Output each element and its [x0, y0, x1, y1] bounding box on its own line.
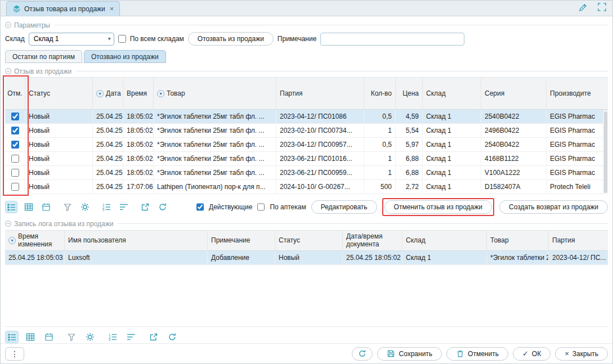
create-return-button[interactable]: Создать возврат из продажи [499, 200, 608, 214]
column-header-status[interactable]: Статус [275, 231, 343, 250]
column-header-manufacturer[interactable]: Производите [547, 78, 608, 109]
tab-recall-document[interactable]: Отзыв товара из продажи × [6, 1, 120, 16]
collapse-parameters-icon[interactable] [5, 22, 11, 28]
cell-time: 17:07:06 [123, 180, 154, 194]
numbered-list-icon[interactable]: 123 [106, 331, 119, 343]
column-header-doc-datetime[interactable]: Дата/время документа [343, 231, 402, 250]
vertical-scrollbar[interactable] [603, 110, 608, 194]
table-row[interactable]: Новый 25.04.25 18:05:02 *Эгилок таблетки… [5, 110, 608, 124]
column-header-batch[interactable]: Партия [549, 231, 608, 250]
refresh-icon[interactable] [156, 201, 169, 213]
sort-indicator-icon[interactable]: ▾ [157, 90, 164, 97]
grid-view-icon[interactable] [24, 331, 37, 343]
active-only-checkbox[interactable] [196, 203, 204, 211]
cancel-recall-button[interactable]: Отменить отзыв из продажи [384, 200, 492, 214]
table-row[interactable]: Новый 25.04.25 17:07:06 Lathipen (Тиопен… [5, 180, 608, 194]
tab-close-icon[interactable]: × [110, 5, 114, 13]
cell-series: 2496B0422 [481, 124, 547, 137]
sort-icon[interactable] [118, 201, 130, 213]
grid-view-icon[interactable] [23, 201, 35, 213]
check-icon: ✓ [522, 350, 529, 357]
refresh-icon[interactable] [165, 331, 179, 343]
recall-group-header: Отзыв из продажи [5, 67, 608, 75]
expand-icon[interactable] [597, 2, 607, 12]
all-warehouses-checkbox[interactable] [118, 35, 126, 43]
list-view-icon[interactable] [5, 331, 19, 343]
note-input[interactable] [320, 33, 464, 46]
column-header-otm[interactable]: Отм. [5, 78, 25, 109]
recall-from-sale-button[interactable]: Отозвать из продажи [188, 32, 274, 46]
column-header-series[interactable]: Серия [481, 78, 547, 109]
table-row[interactable]: Новый 25.04.25 18:05:02 *Эгилок таблетки… [5, 124, 608, 138]
row-select-checkbox[interactable] [11, 183, 19, 191]
sort-indicator-icon[interactable]: ▾ [96, 90, 104, 97]
calendar-icon[interactable] [42, 331, 56, 343]
cell-otm [5, 110, 25, 123]
cell-otm [5, 138, 25, 151]
parameters-group-header: Параметры [5, 21, 608, 29]
column-header-warehouse[interactable]: Склад [402, 231, 487, 250]
sort-icon[interactable] [124, 331, 138, 343]
collapse-log-icon[interactable] [5, 221, 11, 227]
open-external-icon[interactable] [139, 201, 151, 213]
column-header-time[interactable]: Время [123, 78, 154, 109]
close-button-label: Закрыть [572, 350, 598, 358]
cell-warehouse: Склад 1 [423, 138, 481, 151]
close-button[interactable]: × Закрыть [555, 347, 608, 361]
open-external-icon[interactable] [147, 331, 160, 343]
column-header-status-label: Статус [29, 89, 50, 97]
collapse-recall-icon[interactable] [5, 68, 11, 74]
refresh-button[interactable] [352, 347, 373, 361]
row-select-checkbox[interactable] [11, 113, 19, 120]
calendar-icon[interactable] [40, 201, 52, 213]
column-header-qty[interactable]: Кол-во [364, 78, 396, 109]
tab-stock-by-batches[interactable]: Остатки по партиям [5, 50, 82, 63]
svg-text:3: 3 [102, 208, 105, 212]
more-actions-button[interactable]: ⋮ [5, 347, 24, 361]
save-button[interactable]: Сохранить [377, 347, 442, 361]
column-header-warehouse[interactable]: Склад [423, 78, 481, 109]
log-table-row[interactable]: 25.04.25 18:05:03 Luxsoft Добавление Нов… [5, 251, 608, 265]
cell-date: 25.04.25 [93, 152, 123, 165]
cell-warehouse: Склад 1 [423, 166, 481, 179]
log-table: ▾Время изменения Имя пользователя Примеч… [5, 230, 608, 327]
list-view-icon[interactable] [5, 201, 17, 213]
row-select-checkbox[interactable] [11, 127, 19, 134]
by-pharmacy-checkbox[interactable] [257, 203, 265, 211]
chevron-down-icon[interactable]: ▾ [108, 35, 111, 42]
row-select-checkbox[interactable] [11, 141, 19, 149]
filter-icon[interactable] [61, 201, 74, 213]
table-row[interactable]: Новый 25.04.25 18:05:02 *Эгилок таблетки… [5, 138, 608, 152]
edit-button[interactable]: Редактировать [311, 200, 377, 214]
table-row[interactable]: Новый 25.04.25 18:05:02 *Эгилок таблетки… [5, 152, 608, 166]
row-select-checkbox[interactable] [11, 155, 19, 163]
recall-table: Отм. Статус ▾Дата Время ▾Товар Партия Ко… [5, 77, 608, 194]
table-row[interactable]: Новый 25.04.25 18:05:02 *Эгилок таблетки… [5, 166, 608, 180]
settings-gear-icon[interactable] [79, 201, 91, 213]
warehouse-combobox[interactable]: ▾ [29, 33, 114, 46]
edit-pencil-icon[interactable] [578, 2, 588, 12]
row-select-checkbox[interactable] [11, 169, 19, 177]
cell-price: 2,72 [396, 180, 423, 194]
numbered-list-icon[interactable]: 123 [100, 201, 113, 213]
column-header-batch[interactable]: Партия [276, 78, 364, 109]
scrollbar-thumb[interactable] [604, 111, 607, 193]
column-header-product[interactable]: ▾Товар [154, 78, 276, 109]
cancel-button[interactable]: Отменить [446, 347, 508, 361]
column-header-note[interactable]: Примечание [208, 231, 275, 250]
warehouse-combobox-input[interactable] [29, 33, 114, 45]
column-header-change-time[interactable]: ▾Время изменения [5, 231, 65, 250]
column-header-price[interactable]: Цена [396, 78, 423, 109]
tab-recalled-from-sale[interactable]: Отозвано из продажи [84, 50, 166, 63]
annotation-cancel-recall-button: Отменить отзыв из продажи [382, 198, 494, 216]
settings-gear-icon[interactable] [83, 331, 97, 343]
warehouse-label: Склад [5, 35, 25, 43]
column-header-user[interactable]: Имя пользователя [65, 231, 208, 250]
column-header-product[interactable]: Товар [487, 231, 549, 250]
ok-button[interactable]: ✓ ОК [513, 347, 551, 361]
cell-series: 2540B0422 [481, 138, 547, 151]
filter-icon[interactable] [65, 331, 78, 343]
sort-indicator-icon[interactable]: ▾ [8, 237, 16, 244]
column-header-status[interactable]: Статус [25, 78, 93, 109]
column-header-date[interactable]: ▾Дата [93, 78, 123, 109]
